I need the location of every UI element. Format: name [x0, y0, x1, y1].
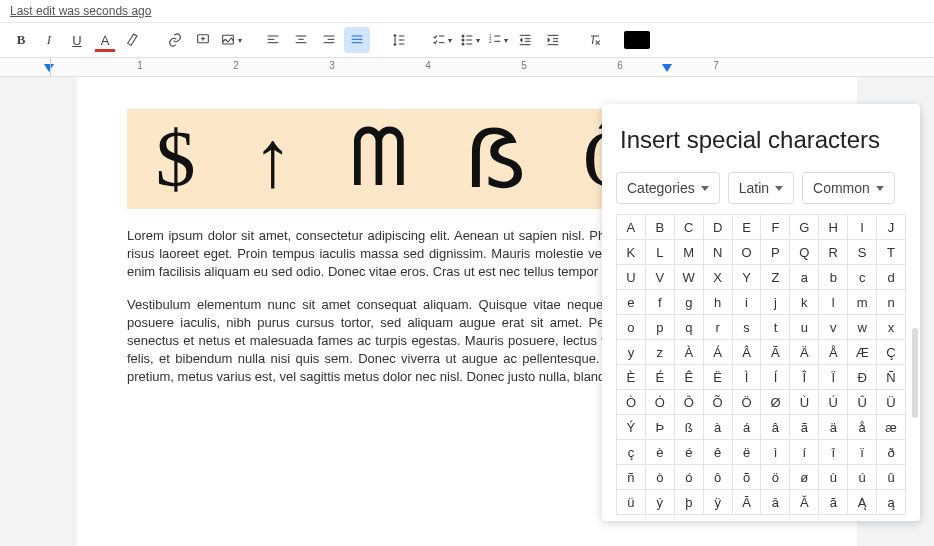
bold-button[interactable]: B: [8, 27, 34, 53]
character-cell[interactable]: g: [675, 290, 704, 315]
decrease-indent-button[interactable]: [512, 27, 538, 53]
character-cell[interactable]: N: [704, 240, 733, 265]
character-cell[interactable]: H: [819, 215, 848, 240]
character-cell[interactable]: ø: [790, 465, 819, 490]
character-cell[interactable]: À: [675, 340, 704, 365]
character-cell[interactable]: e: [617, 290, 646, 315]
character-cell[interactable]: Ï: [819, 365, 848, 390]
input-tools-button[interactable]: [624, 27, 650, 53]
character-cell[interactable]: j: [761, 290, 790, 315]
text-color-button[interactable]: A: [92, 27, 118, 53]
line-spacing-button[interactable]: [386, 27, 412, 53]
character-cell[interactable]: ã: [790, 415, 819, 440]
numbered-list-button[interactable]: 12▾: [484, 27, 510, 53]
highlight-color-button[interactable]: [120, 27, 146, 53]
character-cell[interactable]: Ý: [617, 415, 646, 440]
character-cell[interactable]: Y: [733, 265, 762, 290]
character-cell[interactable]: ô: [704, 465, 733, 490]
align-left-button[interactable]: [260, 27, 286, 53]
character-cell[interactable]: â: [761, 415, 790, 440]
character-cell[interactable]: è: [646, 440, 675, 465]
first-line-indent-marker[interactable]: [44, 64, 54, 72]
character-cell[interactable]: ú: [848, 465, 877, 490]
scrollbar-thumb[interactable]: [912, 328, 918, 418]
character-cell[interactable]: ó: [675, 465, 704, 490]
character-cell[interactable]: ă: [819, 490, 848, 515]
character-cell[interactable]: Â: [733, 340, 762, 365]
character-cell[interactable]: Ñ: [877, 365, 906, 390]
character-cell[interactable]: z: [646, 340, 675, 365]
character-cell[interactable]: æ: [877, 415, 906, 440]
character-cell[interactable]: ç: [617, 440, 646, 465]
character-cell[interactable]: T: [877, 240, 906, 265]
character-cell[interactable]: õ: [733, 465, 762, 490]
right-indent-marker[interactable]: [662, 64, 672, 72]
character-cell[interactable]: ñ: [617, 465, 646, 490]
align-center-button[interactable]: [288, 27, 314, 53]
character-cell[interactable]: E: [733, 215, 762, 240]
character-cell[interactable]: x: [877, 315, 906, 340]
character-cell[interactable]: f: [646, 290, 675, 315]
character-cell[interactable]: ê: [704, 440, 733, 465]
character-cell[interactable]: c: [848, 265, 877, 290]
character-cell[interactable]: L: [646, 240, 675, 265]
align-justify-button[interactable]: [344, 27, 370, 53]
character-cell[interactable]: ì: [761, 440, 790, 465]
character-cell[interactable]: u: [790, 315, 819, 340]
character-cell[interactable]: ý: [646, 490, 675, 515]
bulleted-list-button[interactable]: ▾: [456, 27, 482, 53]
character-cell[interactable]: o: [617, 315, 646, 340]
character-cell[interactable]: ò: [646, 465, 675, 490]
character-cell[interactable]: Ó: [646, 390, 675, 415]
character-cell[interactable]: K: [617, 240, 646, 265]
character-cell[interactable]: Ð: [848, 365, 877, 390]
character-cell[interactable]: Ô: [675, 390, 704, 415]
character-cell[interactable]: w: [848, 315, 877, 340]
character-cell[interactable]: Ú: [819, 390, 848, 415]
character-cell[interactable]: J: [877, 215, 906, 240]
character-cell[interactable]: Î: [790, 365, 819, 390]
character-cell[interactable]: O: [733, 240, 762, 265]
character-cell[interactable]: A: [617, 215, 646, 240]
underline-button[interactable]: U: [64, 27, 90, 53]
character-cell[interactable]: p: [646, 315, 675, 340]
character-cell[interactable]: Ò: [617, 390, 646, 415]
align-right-button[interactable]: [316, 27, 342, 53]
checklist-button[interactable]: ▾: [428, 27, 454, 53]
character-cell[interactable]: à: [704, 415, 733, 440]
character-cell[interactable]: h: [704, 290, 733, 315]
character-cell[interactable]: D: [704, 215, 733, 240]
character-cell[interactable]: i: [733, 290, 762, 315]
character-cell[interactable]: î: [819, 440, 848, 465]
character-cell[interactable]: Ã: [761, 340, 790, 365]
character-cell[interactable]: r: [704, 315, 733, 340]
character-cell[interactable]: C: [675, 215, 704, 240]
character-cell[interactable]: Ă: [790, 490, 819, 515]
character-cell[interactable]: Ç: [877, 340, 906, 365]
character-cell[interactable]: s: [733, 315, 762, 340]
character-cell[interactable]: Á: [704, 340, 733, 365]
character-cell[interactable]: ï: [848, 440, 877, 465]
character-cell[interactable]: Å: [819, 340, 848, 365]
character-cell[interactable]: Ü: [877, 390, 906, 415]
character-cell[interactable]: a: [790, 265, 819, 290]
increase-indent-button[interactable]: [540, 27, 566, 53]
character-cell[interactable]: l: [819, 290, 848, 315]
character-cell[interactable]: ÿ: [704, 490, 733, 515]
character-cell[interactable]: I: [848, 215, 877, 240]
character-cell[interactable]: û: [877, 465, 906, 490]
character-cell[interactable]: ë: [733, 440, 762, 465]
character-cell[interactable]: S: [848, 240, 877, 265]
character-cell[interactable]: y: [617, 340, 646, 365]
character-cell[interactable]: Ä: [790, 340, 819, 365]
character-cell[interactable]: b: [819, 265, 848, 290]
character-cell[interactable]: ß: [675, 415, 704, 440]
character-cell[interactable]: ö: [761, 465, 790, 490]
character-cell[interactable]: Ë: [704, 365, 733, 390]
character-cell[interactable]: Ø: [761, 390, 790, 415]
insert-link-button[interactable]: [162, 27, 188, 53]
character-cell[interactable]: þ: [675, 490, 704, 515]
categories-dropdown[interactable]: Categories: [616, 172, 720, 204]
character-cell[interactable]: X: [704, 265, 733, 290]
character-cell[interactable]: G: [790, 215, 819, 240]
